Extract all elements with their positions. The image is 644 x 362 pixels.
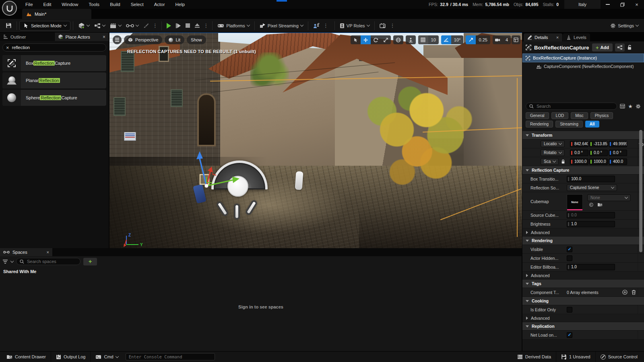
scale-x-field[interactable]: 1000.0 — [570, 158, 588, 165]
scale-snap-toggle[interactable] — [466, 35, 476, 44]
grid-snap-toggle[interactable] — [418, 35, 428, 44]
unlocked-icon[interactable] — [627, 45, 632, 50]
close-icon[interactable]: × — [47, 250, 49, 255]
filter-physics[interactable]: Physics — [590, 112, 613, 119]
menu-build[interactable]: Build — [105, 0, 126, 9]
source-cubemap-angle-field[interactable]: 0.0 — [567, 212, 615, 218]
rotation-y-field[interactable]: 0.0 ° — [589, 150, 608, 156]
tab-levels[interactable]: Levels — [563, 33, 590, 41]
component-tree-root[interactable]: BoxReflectionCapture (Instance) — [522, 53, 644, 62]
paint-mode-button[interactable] — [141, 21, 151, 31]
rotation-snap-toggle[interactable] — [441, 35, 451, 44]
search-input[interactable] — [27, 259, 77, 264]
filter-misc[interactable]: Misc — [571, 112, 588, 119]
menu-edit[interactable]: Edit — [38, 0, 57, 9]
grid-snap-value[interactable]: 10 — [428, 35, 439, 44]
camera-speed-button[interactable] — [493, 35, 503, 44]
list-item-sphere-reflection-capture[interactable]: Sphere Reflection Capture — [2, 90, 106, 106]
vp-roles-dropdown[interactable]: VP Roles — [337, 21, 372, 31]
cinematics-button[interactable] — [107, 21, 124, 31]
details-search-input[interactable] — [526, 103, 617, 110]
section-transform[interactable]: Transform — [522, 131, 644, 140]
menu-select[interactable]: Select — [126, 0, 149, 9]
chevron-down-icon[interactable] — [10, 259, 14, 262]
advanced-expander[interactable]: Advanced — [522, 272, 644, 280]
location-z-field[interactable]: 49.9999 — [609, 141, 627, 147]
eject-button[interactable] — [192, 21, 202, 31]
details-settings-gear-icon[interactable] — [636, 104, 641, 109]
clear-icon[interactable]: × — [6, 45, 9, 51]
scale-type-dropdown[interactable]: Sca — [541, 158, 559, 165]
menu-actor[interactable]: Actor — [149, 0, 170, 9]
world-space-toggle[interactable] — [393, 35, 403, 44]
rotation-x-field[interactable]: 0.0 ° — [570, 150, 588, 156]
platforms-dropdown[interactable]: Platforms — [215, 21, 252, 31]
scale-tool-button[interactable] — [381, 35, 391, 44]
details-scrollbar[interactable] — [639, 130, 642, 252]
filter-icon[interactable] — [2, 259, 8, 264]
tab-main-level[interactable]: Main* — [22, 9, 91, 19]
search-input[interactable] — [12, 45, 103, 50]
play-options-menu[interactable]: ⋮ — [202, 23, 210, 28]
media-capture-button[interactable] — [377, 21, 389, 31]
brightness-field[interactable]: 1.0 — [567, 221, 615, 227]
advanced-expander[interactable]: Advanced — [522, 314, 644, 322]
use-selected-asset-icon[interactable] — [589, 203, 594, 207]
property-matrix-icon[interactable] — [620, 104, 625, 109]
scale-lock-icon[interactable] — [561, 159, 565, 164]
menu-window[interactable]: Window — [56, 0, 83, 9]
filter-general[interactable]: General — [526, 112, 549, 119]
add-actor-button[interactable] — [76, 21, 92, 31]
console-command-input[interactable] — [126, 353, 215, 360]
filter-lod[interactable]: LOD — [551, 112, 569, 119]
location-type-dropdown[interactable]: Locatio — [541, 140, 565, 147]
reflection-rebuild-warning[interactable]: REFLECTION CAPTURES NEED TO BE REBUILT (… — [127, 49, 256, 54]
section-replication[interactable]: Replication — [522, 322, 644, 331]
cmd-dropdown[interactable]: Cmd — [91, 352, 123, 362]
output-log-button[interactable]: Output Log — [51, 352, 91, 362]
scale-y-field[interactable]: 1000.0 — [589, 158, 608, 165]
favorites-star-icon[interactable]: ★ — [628, 103, 633, 109]
section-cooking[interactable]: Cooking — [522, 297, 644, 305]
media-options-menu[interactable]: ⋮ — [389, 23, 396, 28]
close-icon[interactable]: × — [103, 34, 105, 40]
filter-streaming[interactable]: Streaming — [555, 121, 583, 128]
show-flags-dropdown[interactable]: Show — [187, 35, 206, 44]
surface-snapping-button[interactable] — [406, 35, 416, 44]
tab-outliner[interactable]: Outliner — [0, 33, 54, 41]
cubemap-asset-dropdown[interactable]: None — [587, 194, 631, 201]
level-viewport[interactable]: Perspective Lit Show REFLECTION CAPTURES… — [109, 33, 522, 248]
rotation-snap-value[interactable]: 10° — [451, 35, 464, 44]
selection-mode-dropdown[interactable]: Selection Mode — [19, 21, 70, 31]
content-drawer-button[interactable]: Content Drawer — [2, 352, 51, 362]
add-element-icon[interactable] — [622, 290, 627, 295]
visible-checkbox[interactable] — [567, 247, 572, 252]
menu-help[interactable]: Help — [170, 0, 190, 9]
component-tree-child[interactable]: CaptureComponent (NewReflectionComponent… — [522, 62, 644, 70]
search-input[interactable] — [537, 104, 613, 109]
restore-button[interactable] — [615, 0, 630, 9]
maximize-viewport-button[interactable] — [512, 35, 520, 44]
section-reflection-capture[interactable]: Reflection Capture — [522, 166, 644, 175]
select-tool-button[interactable] — [351, 35, 361, 44]
spaces-search-input[interactable] — [16, 258, 80, 265]
scale-snap-value[interactable]: 0.25 — [476, 35, 490, 44]
menu-file[interactable]: File — [20, 0, 38, 9]
minimize-button[interactable] — [601, 0, 615, 9]
unreal-logo-icon[interactable] — [2, 1, 17, 16]
settings-dropdown[interactable]: Settings — [608, 21, 641, 31]
close-button[interactable]: × — [630, 0, 644, 9]
filter-rendering[interactable]: Rendering — [526, 121, 553, 128]
selected-actor-name[interactable]: BoxReflectionCapture — [534, 45, 590, 51]
cubemap-thumbnail[interactable]: None — [567, 194, 583, 210]
close-icon[interactable]: × — [556, 35, 559, 40]
location-x-field[interactable]: 842.640 — [570, 141, 588, 147]
trash-icon[interactable] — [632, 290, 636, 295]
editor-billboard-field[interactable]: 1.0 — [567, 264, 615, 270]
net-load-checkbox[interactable] — [567, 332, 572, 338]
list-item-box-reflection-capture[interactable]: Box Reflection Capture — [2, 55, 106, 71]
move-tool-button[interactable] — [361, 35, 371, 44]
add-component-button[interactable]: + Add — [592, 43, 613, 51]
derived-data-button[interactable]: Derived Data — [512, 352, 556, 362]
place-actors-search-input[interactable]: × — [2, 43, 106, 51]
